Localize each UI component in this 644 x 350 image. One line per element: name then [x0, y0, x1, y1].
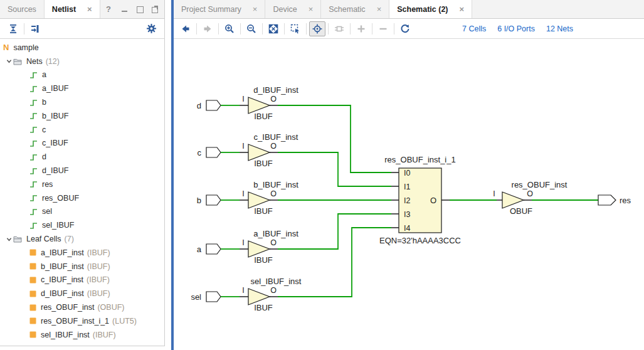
add-icon[interactable] — [353, 21, 369, 36]
chevron-down-icon[interactable] — [4, 58, 13, 64]
c_IBUF_inst-pin-out-label: O — [270, 142, 277, 151]
tree-item-d[interactable]: d — [0, 150, 164, 164]
tree-item-label: d_IBUF — [42, 166, 68, 175]
tree-item-nets[interactable]: Nets(12) — [0, 55, 164, 68]
net-icon — [29, 71, 38, 79]
res-port-symbol[interactable] — [598, 195, 616, 205]
doc-tab-schematic[interactable]: Schematic× — [321, 0, 389, 18]
maximize-icon[interactable] — [136, 6, 143, 13]
remove-icon[interactable] — [375, 21, 391, 36]
back-icon[interactable] — [177, 21, 194, 36]
tree-item-sample[interactable]: Nsample — [0, 41, 164, 55]
d_IBUF_inst-name-label: d_IBUF_inst — [253, 85, 298, 95]
tree-item-label: a_IBUF — [42, 84, 68, 93]
net-icon — [29, 208, 38, 216]
minimize-icon[interactable] — [121, 6, 128, 13]
stat-link-12-nets[interactable]: 12 Nets — [546, 24, 573, 33]
tree-item-count: (7) — [65, 235, 74, 243]
a-port-symbol[interactable] — [206, 244, 221, 254]
tree-item-b-ibuf[interactable]: b_IBUF — [0, 109, 164, 123]
tree-item-c-ibuf[interactable]: c_IBUF — [0, 137, 164, 151]
net-icon — [29, 167, 38, 175]
d-port-label: d — [197, 101, 201, 110]
d-port-symbol[interactable] — [206, 100, 221, 110]
panel-window-controls: ? — [106, 0, 164, 18]
tab-close-icon[interactable]: × — [87, 4, 92, 14]
tree-item-sel-ibuf-inst[interactable]: sel_IBUF_inst(IBUF) — [0, 328, 164, 342]
tree-item-res-obuf-inst[interactable]: res_OBUF_inst(OBUF) — [0, 300, 164, 314]
netlist-toolbar — [0, 19, 165, 39]
zoom-selection-icon[interactable] — [287, 21, 304, 36]
doc-tab-project-summary[interactable]: Project Summary× — [174, 0, 265, 18]
tree-item-label: a — [42, 70, 46, 79]
b-port-symbol[interactable] — [206, 195, 221, 205]
tree-item-label: d_IBUF_inst — [41, 289, 84, 298]
tab-close-icon[interactable]: × — [253, 4, 258, 14]
tree-item-d-ibuf-inst[interactable]: d_IBUF_inst(IBUF) — [0, 287, 164, 300]
tab-label: Sources — [8, 5, 36, 14]
tree-item-sel-ibuf[interactable]: sel_IBUF — [0, 218, 164, 232]
tree-item-c-ibuf-inst[interactable]: c_IBUF_inst(IBUF) — [0, 273, 164, 287]
res_OBUF_inst-pin-in-label: I — [493, 189, 495, 198]
zoom-in-icon[interactable] — [221, 21, 238, 36]
collapse-all-icon[interactable] — [5, 21, 21, 36]
tree-item-type: (LUT5) — [112, 317, 137, 326]
expand-cone-icon[interactable] — [331, 21, 347, 36]
left-tab-sources[interactable]: Sources — [0, 0, 45, 18]
regenerate-icon[interactable] — [397, 21, 413, 36]
tree-item-b-ibuf-inst[interactable]: b_IBUF_inst(IBUF) — [0, 260, 164, 273]
lut5-pin-label-o: O — [430, 196, 436, 205]
tree-item-label: res_OBUF_inst — [41, 303, 94, 312]
cell-icon — [29, 290, 36, 297]
tree-item-sel[interactable]: sel — [0, 205, 164, 219]
netlist-panel: SourcesNetlist× ? — [0, 0, 165, 350]
tree-item-label: d — [42, 152, 46, 161]
tree-item-a-ibuf[interactable]: a_IBUF — [0, 82, 164, 95]
b-port-label: b — [197, 196, 201, 205]
tree-item-type: (OBUF) — [97, 303, 124, 312]
help-icon[interactable]: ? — [106, 6, 113, 13]
sel-port-symbol[interactable] — [206, 292, 221, 302]
schematic-drawing: dIOd_IBUF_instIBUFcIOc_IBUF_instIBUFbIOb… — [174, 39, 644, 350]
tree-item-res-obuf[interactable]: res_OBUF — [0, 191, 164, 205]
lut5-pin-label-I3: I3 — [404, 210, 410, 219]
schematic-stats: 7 Cells6 I/O Ports12 Nets — [462, 24, 573, 33]
schematic-canvas[interactable]: dIOd_IBUF_instIBUFcIOc_IBUF_instIBUFbIOb… — [174, 39, 644, 350]
doc-tab-device[interactable]: Device× — [265, 0, 321, 18]
tab-close-icon[interactable]: × — [309, 4, 314, 14]
tree-item-res-obuf-inst-i-1[interactable]: res_OBUF_inst_i_1(LUT5) — [0, 314, 164, 328]
c_IBUF_inst-name-label: c_IBUF_inst — [254, 132, 298, 142]
cell-icon — [29, 317, 36, 324]
tree-item-res[interactable]: res — [0, 178, 164, 191]
tree-item-type: (IBUF) — [87, 262, 110, 271]
tree-item-label: c_IBUF_inst — [41, 275, 83, 284]
zoom-fit-icon[interactable] — [265, 21, 282, 36]
tree-item-b[interactable]: b — [0, 95, 164, 109]
tab-close-icon[interactable]: × — [377, 4, 382, 14]
lut5-name-label: res_OBUF_inst_i_1 — [384, 155, 455, 164]
left-tab-netlist[interactable]: Netlist× — [45, 0, 100, 18]
stat-link-6-i-o-ports[interactable]: 6 I/O Ports — [497, 24, 535, 33]
tree-item-d-ibuf[interactable]: d_IBUF — [0, 164, 164, 178]
doc-tab-schematic-2-[interactable]: Schematic (2)× — [389, 0, 472, 18]
tree-item-label: Nets — [26, 57, 43, 66]
autofit-selection-icon[interactable] — [309, 21, 325, 36]
tree-item-c[interactable]: c — [0, 123, 164, 137]
tree-item-label: res_OBUF_inst_i_1 — [41, 317, 109, 326]
net-icon — [29, 180, 38, 188]
float-icon[interactable] — [151, 6, 158, 13]
chevron-down-icon[interactable] — [4, 236, 13, 242]
tree-item-leaf-cells[interactable]: Leaf Cells(7) — [0, 232, 164, 246]
settings-gear-icon[interactable] — [143, 21, 159, 36]
tree-item-a-ibuf-inst[interactable]: a_IBUF_inst(IBUF) — [0, 246, 164, 260]
scroll-to-selected-icon[interactable] — [27, 21, 43, 36]
c-port-symbol[interactable] — [206, 147, 221, 157]
c_IBUF_inst-type-label: IBUF — [254, 159, 273, 168]
sel_IBUF_inst-name-label: sel_IBUF_inst — [251, 277, 302, 286]
zoom-out-icon[interactable] — [243, 21, 260, 36]
tree-item-a[interactable]: a — [0, 68, 164, 82]
forward-icon[interactable] — [199, 21, 216, 36]
stat-link-7-cells[interactable]: 7 Cells — [462, 24, 486, 33]
tab-close-icon[interactable]: × — [460, 4, 465, 14]
sel-port-label: sel — [191, 292, 201, 302]
